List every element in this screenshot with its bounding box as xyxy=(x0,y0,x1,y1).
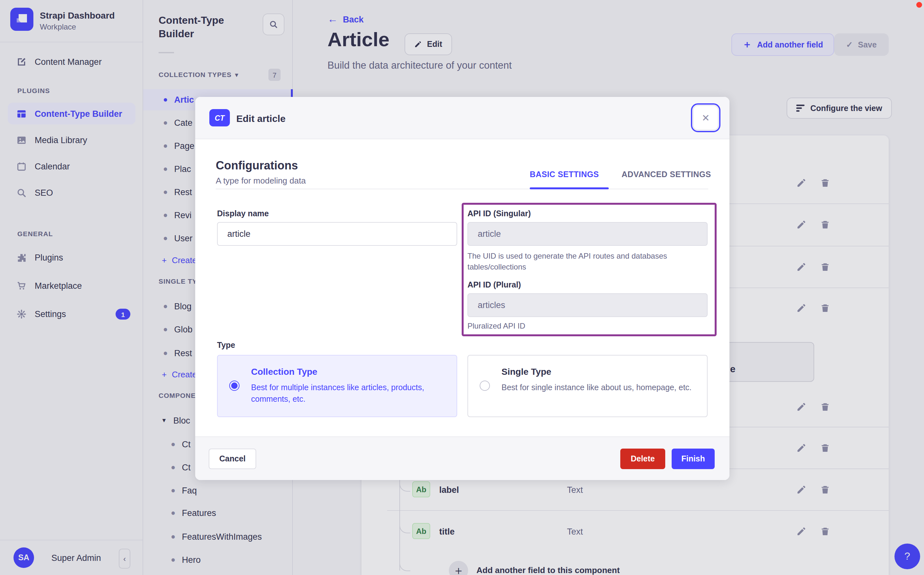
cancel-button[interactable]: Cancel xyxy=(209,449,256,469)
display-name-input[interactable] xyxy=(217,222,457,246)
single-type-card[interactable]: Single Type Best for single instance lik… xyxy=(468,355,708,417)
modal-header: CT Edit article ✕ xyxy=(195,97,730,139)
api-id-singular-help: The UID is used to generate the API rout… xyxy=(468,251,699,273)
content-type-badge: CT xyxy=(209,109,230,126)
type-label: Type xyxy=(217,341,235,350)
finish-button[interactable]: Finish xyxy=(672,449,715,469)
close-icon: ✕ xyxy=(701,112,709,124)
configurations-subheading: A type for modeling data xyxy=(216,176,305,186)
edit-content-type-modal: CT Edit article ✕ Configurations A type … xyxy=(195,97,730,480)
api-id-singular-input[interactable] xyxy=(468,222,708,246)
display-name-label: Display name xyxy=(217,209,269,218)
single-type-desc: Best for single instance like about us, … xyxy=(501,382,704,393)
close-modal-button[interactable]: ✕ xyxy=(693,105,719,130)
configurations-heading: Configurations xyxy=(216,159,298,173)
radio-single-type[interactable] xyxy=(480,381,490,391)
active-tab-underline xyxy=(530,187,609,189)
radio-collection-type[interactable] xyxy=(229,381,240,391)
tabs-divider xyxy=(216,189,708,189)
api-id-plural-input[interactable] xyxy=(468,293,708,317)
api-id-plural-help: Pluralized API ID xyxy=(468,321,525,332)
modal-title: Edit article xyxy=(236,113,285,124)
collection-type-title: Collection Type xyxy=(251,367,317,377)
tab-basic-settings[interactable]: BASIC SETTINGS xyxy=(530,170,599,179)
collection-type-desc: Best for multiple instances like article… xyxy=(251,382,444,405)
collection-type-card[interactable]: Collection Type Best for multiple instan… xyxy=(217,355,457,417)
tab-advanced-settings[interactable]: ADVANCED SETTINGS xyxy=(622,170,711,179)
single-type-title: Single Type xyxy=(501,367,551,377)
api-id-singular-label: API ID (Singular) xyxy=(468,209,531,218)
api-id-plural-label: API ID (Plural) xyxy=(468,280,521,289)
recording-indicator-dot xyxy=(916,2,922,8)
delete-button[interactable]: Delete xyxy=(620,449,665,469)
modal-footer: Cancel Delete Finish xyxy=(195,437,730,480)
strapi-dashboard: Strapi Dashboard Workplace Content Manag… xyxy=(0,0,924,575)
